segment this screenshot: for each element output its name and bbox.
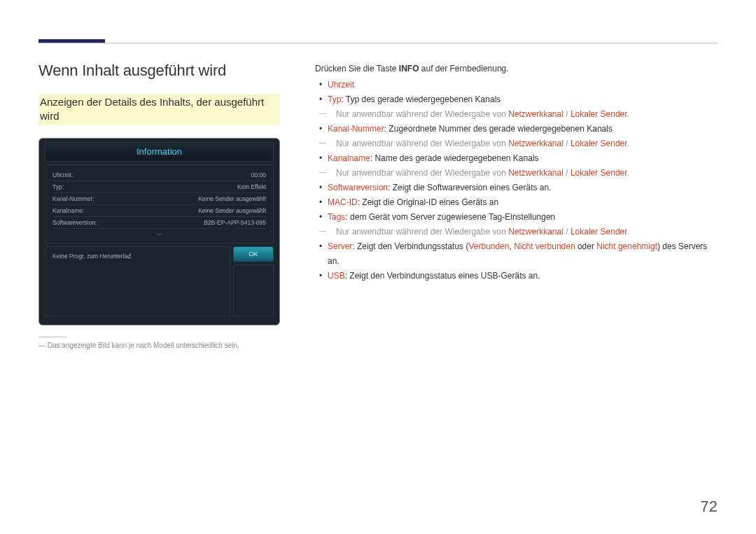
sub-pre: Nur anwendbar während der Wiedergabe von	[336, 109, 508, 119]
value: B2B-EP-APP-5413-095	[204, 219, 266, 226]
bullet-list: Uhrzeit Typ: Typ des gerade wiedergegebe…	[315, 78, 718, 283]
kanalnr-label: Kanal-Nummer	[328, 124, 384, 134]
slash: /	[564, 168, 570, 178]
oder: oder	[575, 241, 597, 251]
sub-pre: Nur anwendbar während der Wiedergabe von	[336, 139, 508, 148]
lokaler-sender: Lokaler Sender	[570, 139, 627, 148]
ok-button: OK	[233, 246, 274, 262]
bullet-usb: USB: Zeigt den Verbindungsstatus eines U…	[328, 269, 718, 283]
info-row-uhrzeit: Uhrzeit: 00:00	[52, 169, 266, 181]
bullet-kanalname: Kanalname: Name des gerade wiedergegeben…	[328, 151, 718, 181]
label: Kanal-Nummer:	[52, 195, 94, 202]
intro-post: auf der Fernbedienung.	[419, 64, 509, 73]
tags-label: Tags	[328, 212, 345, 222]
netzwerkkanal: Netzwerkkanal	[508, 227, 564, 237]
netzwerkkanal: Netzwerkkanal	[508, 168, 564, 178]
usb-label: USB	[328, 271, 345, 281]
info-row-kanalnummer: Kanal-Nummer: Keine Sender ausgewählt	[52, 193, 266, 205]
slash: /	[564, 109, 570, 119]
page-content: Wenn Inhalt ausgeführt wird Anzeigen der…	[38, 62, 718, 349]
server-pre: : Zeigt den Verbindungsstatus (	[352, 241, 468, 251]
page-title: Wenn Inhalt ausgeführt wird	[38, 62, 280, 80]
value: 00:00	[251, 171, 266, 178]
dot: .	[627, 109, 629, 119]
dot: .	[627, 139, 629, 148]
nicht-genehmigt: Nicht genehmigt	[596, 241, 657, 251]
info-row-softwareversion: Softwareversion: B2B-EP-APP-5413-095	[52, 217, 266, 229]
netzwerkkanal: Netzwerkkanal	[508, 109, 564, 119]
info-panel-lower: Keine Progr. zum Herunterlad OK	[45, 246, 274, 316]
info-row-kanalname: Kanalname: Keine Sender ausgewählt	[52, 205, 266, 217]
value: Keine Sender ausgewählt	[198, 195, 266, 202]
ok-column: OK	[233, 246, 274, 316]
swver-label: Softwareversion	[328, 183, 388, 192]
footnote-dash: ―	[38, 342, 46, 349]
information-panel-screenshot: Information Uhrzeit: 00:00 Typ: Kein Eff…	[38, 138, 280, 325]
label: Kanalname:	[52, 207, 84, 214]
sub-note-tags: Nur anwendbar während der Wiedergabe von…	[328, 225, 718, 239]
sub-note-typ: Nur anwendbar während der Wiedergabe von…	[328, 107, 718, 122]
intro-pre: Drücken Sie die Taste	[315, 64, 399, 73]
bullet-tags: Tags: dem Gerät vom Server zugewiesene T…	[328, 210, 718, 239]
swver-desc: : Zeigt die Softwareversion eines Geräts…	[388, 183, 551, 192]
right-column: Drücken Sie die Taste INFO auf der Fernb…	[315, 62, 718, 349]
bullet-softwareversion: Softwareversion: Zeigt die Softwareversi…	[328, 181, 718, 195]
info-panel-body: Uhrzeit: 00:00 Typ: Kein Effekt Kanal-Nu…	[45, 164, 274, 244]
footnote-text: Das angezeigte Bild kann je nach Modell …	[48, 342, 239, 349]
sub-pre: Nur anwendbar während der Wiedergabe von	[336, 168, 508, 178]
value: Kein Effekt	[237, 183, 266, 190]
page-number: 72	[701, 498, 718, 516]
footnote: ― Das angezeigte Bild kann je nach Model…	[38, 342, 280, 349]
slash: /	[564, 139, 570, 148]
bullet-typ: Typ: Typ des gerade wiedergegebenen Kana…	[328, 92, 718, 122]
label: Softwareversion:	[52, 219, 97, 226]
label: Typ:	[52, 183, 64, 190]
typ-desc: : Typ des gerade wiedergegebenen Kanals	[341, 94, 500, 104]
usb-desc: : Zeigt den Verbindungsstatus eines USB-…	[345, 271, 540, 281]
kanalname-desc: : Name des gerade wiedergegebenen Kanals	[370, 153, 539, 163]
left-column: Wenn Inhalt ausgeführt wird Anzeigen der…	[38, 62, 280, 349]
slash: /	[564, 227, 570, 237]
bullet-kanalnummer: Kanal-Nummer: Zugeordnete Nummer des ger…	[328, 122, 718, 151]
dot: .	[627, 168, 629, 178]
intro-line: Drücken Sie die Taste INFO auf der Fernb…	[315, 62, 718, 76]
bullet-server: Server: Zeigt den Verbindungsstatus (Ver…	[328, 239, 718, 269]
mac-label: MAC-ID	[328, 197, 358, 207]
mac-desc: : Zeigt die Original-ID eines Geräts an	[358, 197, 498, 207]
uhrzeit-label: Uhrzeit	[328, 80, 354, 90]
bullet-macid: MAC-ID: Zeigt die Original-ID eines Gerä…	[328, 195, 718, 210]
verbunden: Verbunden	[468, 241, 509, 251]
download-status-box: Keine Progr. zum Herunterlad	[45, 246, 230, 316]
bullet-uhrzeit: Uhrzeit	[328, 78, 718, 92]
kanalname-label: Kanalname	[328, 153, 370, 163]
lokaler-sender: Lokaler Sender	[570, 227, 627, 237]
header-divider	[38, 43, 718, 43]
sub-pre: Nur anwendbar während der Wiedergabe von	[336, 227, 508, 237]
server-label: Server	[328, 241, 352, 251]
lokaler-sender: Lokaler Sender	[570, 168, 627, 178]
section-subtitle: Anzeigen der Details des Inhalts, der au…	[38, 94, 280, 125]
intro-bold: INFO	[399, 64, 419, 73]
typ-label: Typ	[328, 94, 341, 104]
kanalnr-desc: : Zugeordnete Nummer des gerade wiederge…	[384, 124, 612, 134]
nicht-verbunden: Nicht verbunden	[514, 241, 575, 251]
tags-desc: : dem Gerät vom Server zugewiesene Tag-E…	[345, 212, 555, 222]
netzwerkkanal: Netzwerkkanal	[508, 139, 564, 148]
lokaler-sender: Lokaler Sender	[570, 109, 627, 119]
dot: .	[627, 227, 629, 237]
info-panel-title: Information	[45, 142, 274, 162]
sub-note-kanalname: Nur anwendbar während der Wiedergabe von…	[328, 166, 718, 181]
chevron-down-icon: ﹀	[52, 229, 266, 240]
value: Keine Sender ausgewählt	[198, 207, 266, 214]
ok-spacer	[233, 265, 274, 316]
info-row-typ: Typ: Kein Effekt	[52, 181, 266, 193]
sub-note-kanalnr: Nur anwendbar während der Wiedergabe von…	[328, 136, 718, 151]
footnote-divider	[38, 337, 66, 337]
label: Uhrzeit:	[52, 171, 73, 178]
